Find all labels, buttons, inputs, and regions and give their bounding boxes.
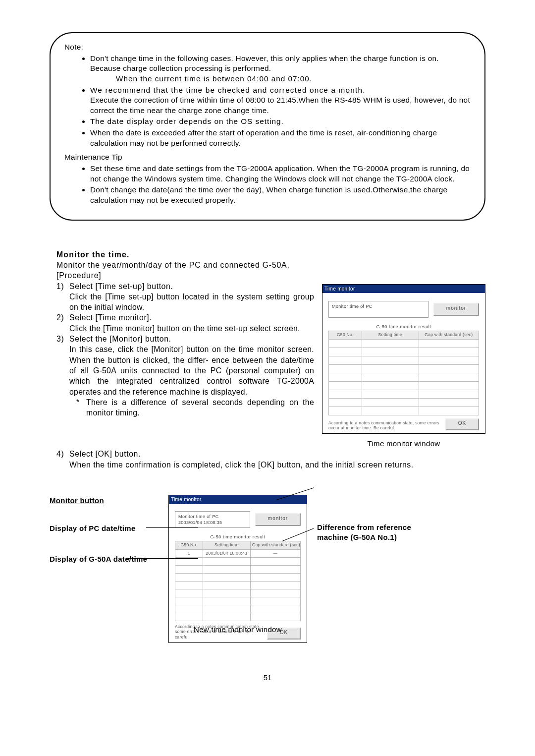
monitor-button[interactable]: monitor xyxy=(255,513,301,526)
ok-button[interactable]: OK xyxy=(445,418,479,430)
maintenance-head: Maintenance Tip xyxy=(64,152,471,163)
figure-caption: Time monitor window xyxy=(322,439,485,449)
callout-g50a-datetime: Display of G-50A date/time xyxy=(50,554,154,564)
callout-monitor-button: Monitor button xyxy=(50,496,139,506)
time-monitor-window: Time monitor Monitor time of PC monitor … xyxy=(322,284,485,434)
note-bullet: When the date is exceeded after the star… xyxy=(90,128,471,148)
result-table: G50 No.Setting timeGap with standard (se… xyxy=(328,331,479,415)
procedure-steps: 1)Select [Time set-up] button. Click the… xyxy=(56,281,314,418)
procedure-label: [Procedure] xyxy=(56,270,485,281)
monitor-time-section: Monitor the time. Monitor the year/month… xyxy=(50,249,485,653)
note-bullet: Don't change time in the following cases… xyxy=(90,54,471,84)
pc-time-box: Monitor time of PC xyxy=(328,301,428,318)
maint-bullet: Don't change the date(and the time over … xyxy=(90,185,471,205)
section-title: Monitor the time. xyxy=(56,249,485,260)
page-number: 51 xyxy=(50,673,485,682)
monitor-button[interactable]: monitor xyxy=(433,303,479,316)
callout-difference: Difference from reference machine (G-50A… xyxy=(317,523,416,542)
callout-pc-datetime: Display of PC date/time xyxy=(50,523,154,533)
note-box: Note: Don't change time in the following… xyxy=(50,32,485,221)
pc-time-box: Monitor time of PC 2003/01/04 18:08:35 xyxy=(175,511,250,528)
time-monitor-figure-2-diagram: Time monitor Monitor time of PC 2003/01/… xyxy=(50,495,485,653)
time-monitor-window-populated: Time monitor Monitor time of PC 2003/01/… xyxy=(168,495,307,643)
manual-page: Note: Don't change time in the following… xyxy=(50,0,485,701)
figure-caption: New time monitor window xyxy=(168,625,307,635)
note-head: Note: xyxy=(64,42,471,53)
maint-bullet: Set these time and date settings from th… xyxy=(90,164,471,184)
time-monitor-figure-1: Time monitor Monitor time of PC monitor … xyxy=(322,284,485,449)
section-lead: Monitor the year/month/day of the PC and… xyxy=(56,260,485,270)
window-title: Time monitor xyxy=(322,285,485,293)
note-bullet: The date display order depends on the OS… xyxy=(90,116,471,127)
result-table: G50 No.Setting timeGap with standard (se… xyxy=(175,541,301,621)
note-bullet: We recommend that the time be checked an… xyxy=(90,85,471,116)
